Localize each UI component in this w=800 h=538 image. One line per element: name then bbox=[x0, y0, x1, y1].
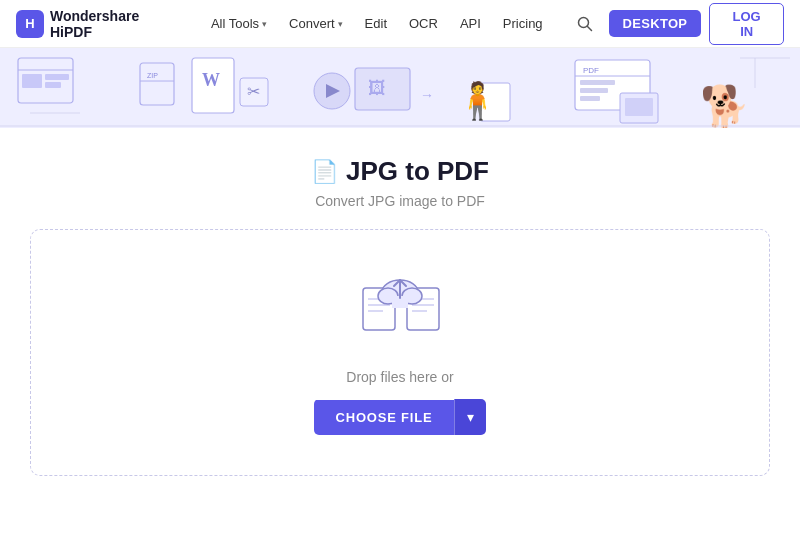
convert-arrow-icon: ▾ bbox=[338, 19, 343, 29]
svg-text:🖼: 🖼 bbox=[368, 78, 386, 98]
login-button[interactable]: LOG IN bbox=[709, 3, 784, 45]
upload-illustration bbox=[355, 270, 445, 349]
nav-convert[interactable]: Convert ▾ bbox=[279, 12, 353, 35]
nav-edit[interactable]: Edit bbox=[355, 12, 397, 35]
logo-icon: H bbox=[16, 10, 44, 38]
nav-items: All Tools ▾ Convert ▾ Edit OCR API Prici… bbox=[201, 12, 553, 35]
svg-rect-29 bbox=[625, 98, 653, 116]
document-icon: 📄 bbox=[311, 159, 338, 185]
dropzone[interactable]: Drop files here or CHOOSE FILE ▾ bbox=[30, 229, 770, 476]
logo-text: Wondershare HiPDF bbox=[50, 8, 185, 40]
svg-line-1 bbox=[587, 26, 591, 30]
search-icon bbox=[577, 16, 593, 32]
nav-api[interactable]: API bbox=[450, 12, 491, 35]
navbar: H Wondershare HiPDF All Tools ▾ Convert … bbox=[0, 0, 800, 48]
svg-text:→: → bbox=[420, 87, 434, 103]
page-title: JPG to PDF bbox=[346, 156, 489, 187]
svg-rect-27 bbox=[580, 96, 600, 101]
drop-text: Drop files here or bbox=[346, 369, 453, 385]
svg-rect-7 bbox=[45, 82, 61, 88]
svg-text:PDF: PDF bbox=[583, 66, 599, 75]
choose-file-dropdown-button[interactable]: ▾ bbox=[454, 399, 486, 435]
svg-text:🧍: 🧍 bbox=[455, 79, 500, 122]
choose-file-group: CHOOSE FILE ▾ bbox=[314, 399, 487, 435]
svg-rect-26 bbox=[580, 88, 608, 93]
chevron-down-icon: ▾ bbox=[467, 409, 474, 425]
title-row: 📄 JPG to PDF bbox=[311, 156, 489, 187]
all-tools-arrow-icon: ▾ bbox=[262, 19, 267, 29]
svg-text:✂: ✂ bbox=[247, 83, 260, 100]
banner-illustration: ZIP W ✂ 🖼 → 🧍 PDF 🐕 bbox=[0, 48, 800, 128]
svg-text:W: W bbox=[202, 70, 220, 90]
nav-all-tools[interactable]: All Tools ▾ bbox=[201, 12, 277, 35]
choose-file-button[interactable]: CHOOSE FILE bbox=[314, 400, 455, 435]
svg-rect-6 bbox=[45, 74, 69, 80]
logo-block[interactable]: H Wondershare HiPDF bbox=[16, 8, 185, 40]
page-subtitle: Convert JPG image to PDF bbox=[315, 193, 485, 209]
nav-ocr[interactable]: OCR bbox=[399, 12, 448, 35]
desktop-button[interactable]: DESKTOP bbox=[609, 10, 702, 37]
svg-rect-5 bbox=[22, 74, 42, 88]
banner: ZIP W ✂ 🖼 → 🧍 PDF 🐕 bbox=[0, 48, 800, 128]
nav-pricing[interactable]: Pricing bbox=[493, 12, 553, 35]
main-content: 📄 JPG to PDF Convert JPG image to PDF bbox=[0, 128, 800, 476]
svg-text:🐕: 🐕 bbox=[700, 82, 750, 128]
search-button[interactable] bbox=[569, 8, 601, 40]
svg-rect-25 bbox=[580, 80, 615, 85]
svg-text:ZIP: ZIP bbox=[147, 72, 158, 79]
upload-icon bbox=[355, 270, 445, 345]
